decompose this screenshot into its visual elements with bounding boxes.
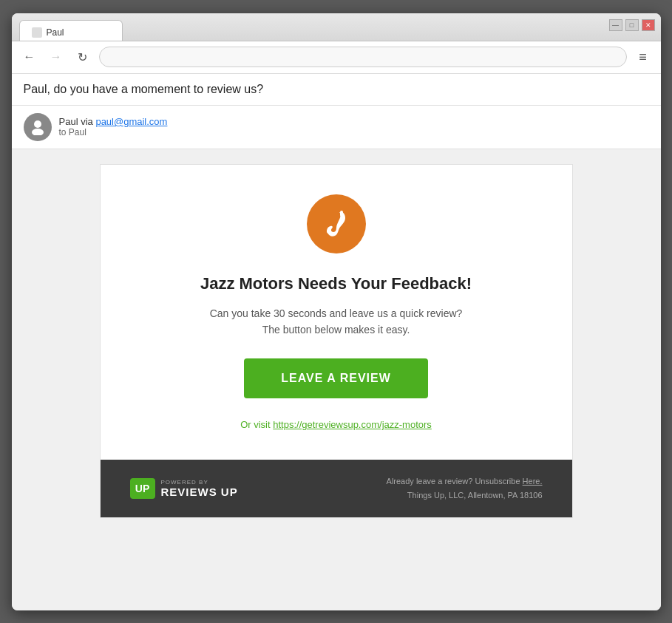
close-button[interactable]: ✕	[642, 19, 655, 31]
tab-favicon	[32, 27, 42, 38]
email-body-wrapper: Jazz Motors Needs Your Feedback! Can you…	[12, 149, 661, 533]
up-badge: UP	[130, 478, 155, 499]
powered-by-label: POWERED BY	[161, 479, 238, 486]
email-sender-info: Paul via paul@gmail.com to Paul	[59, 116, 168, 137]
refresh-button[interactable]: ↻	[72, 47, 93, 67]
sender-avatar	[24, 113, 52, 141]
leave-review-button[interactable]: LEAVE A REVIEW	[244, 358, 428, 398]
content-area: Paul, do you have a momement to review u…	[12, 74, 661, 610]
sender-email[interactable]: paul@gmail.com	[95, 116, 167, 127]
url-bar[interactable]	[99, 47, 627, 67]
or-visit-label: Or visit	[240, 419, 270, 430]
minimize-button[interactable]: —	[609, 19, 622, 31]
browser-window: Paul — □ ✕ ← → ↻ ≡ Paul, do you have a m…	[12, 13, 661, 610]
maximize-button[interactable]: □	[625, 19, 639, 31]
footer-right: Already leave a review? Unsubscribe Here…	[387, 474, 543, 502]
svg-rect-3	[340, 211, 343, 217]
already-text: Already leave a review? Unsubscribe Here…	[387, 474, 543, 488]
already-label: Already leave a review? Unsubscribe	[387, 477, 520, 486]
sender-name: Paul	[59, 116, 78, 127]
or-visit: Or visit https://getreviewsup.com/jazz-m…	[145, 419, 528, 430]
reviews-up-text: POWERED BY REVIEWS UP	[161, 479, 238, 498]
svg-point-2	[327, 229, 331, 234]
brand-logo	[307, 194, 366, 253]
email-meta: Paul via paul@gmail.com to Paul	[12, 106, 661, 149]
browser-tab[interactable]: Paul	[19, 20, 123, 41]
email-body-text: Can you take 30 seconds and leave us a q…	[145, 305, 528, 338]
email-subject: Paul, do you have a momement to review u…	[12, 74, 661, 106]
email-from: Paul via paul@gmail.com	[59, 116, 168, 127]
svg-point-0	[34, 120, 41, 128]
email-footer: UP POWERED BY REVIEWS UP Already leave a…	[101, 460, 572, 517]
svg-point-1	[32, 129, 44, 135]
unsubscribe-link[interactable]: Here.	[523, 477, 543, 486]
email-card: Jazz Motors Needs Your Feedback! Can you…	[100, 164, 573, 518]
nav-bar: ← → ↻ ≡	[12, 41, 661, 74]
email-to: to Paul	[59, 127, 168, 137]
body-line2: The button below makes it easy.	[145, 321, 528, 338]
body-line1: Can you take 30 seconds and leave us a q…	[145, 305, 528, 321]
brand-icon	[319, 206, 354, 242]
cta-wrapper: LEAVE A REVIEW	[145, 358, 528, 413]
reviews-up-brand: REVIEWS UP	[161, 486, 238, 498]
company-info: Things Up, LLC, Allentown, PA 18106	[387, 488, 543, 503]
reviews-up-logo: UP POWERED BY REVIEWS UP	[130, 478, 238, 499]
title-bar: Paul — □ ✕	[12, 13, 661, 41]
window-controls: — □ ✕	[609, 19, 655, 31]
subject-text: Paul, do you have a momement to review u…	[24, 83, 264, 95]
forward-button[interactable]: →	[46, 47, 67, 67]
visit-url-link[interactable]: https://getreviewsup.com/jazz-motors	[273, 419, 432, 430]
via-label: via	[81, 116, 93, 127]
tab-label: Paul	[47, 27, 64, 38]
email-card-content: Jazz Motors Needs Your Feedback! Can you…	[101, 165, 572, 460]
email-headline: Jazz Motors Needs Your Feedback!	[145, 274, 528, 293]
back-button[interactable]: ←	[19, 47, 40, 67]
browser-menu-button[interactable]: ≡	[633, 47, 654, 67]
